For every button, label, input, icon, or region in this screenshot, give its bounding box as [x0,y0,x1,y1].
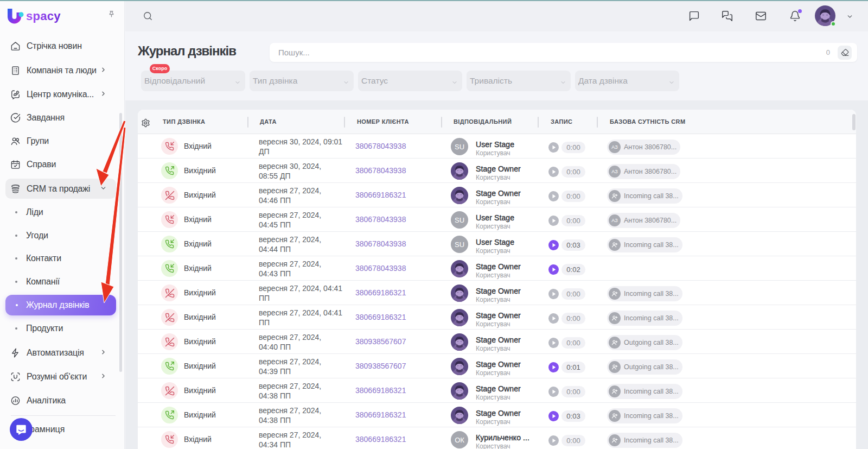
svg-text:spacy: spacy [26,9,61,23]
